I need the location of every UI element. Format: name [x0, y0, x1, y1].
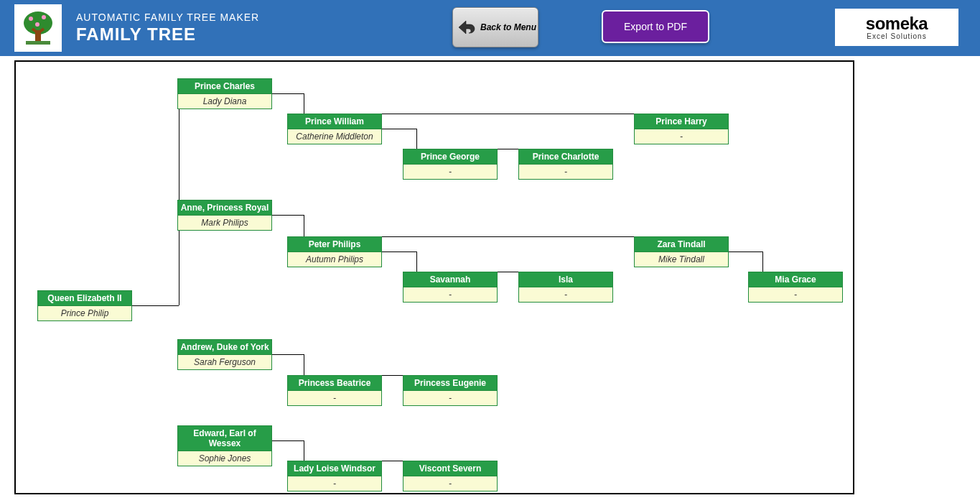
connector-line — [179, 78, 179, 305]
connector-line — [304, 215, 304, 236]
tree-node-anne[interactable]: Anne, Princess RoyalMark Philips — [177, 200, 272, 231]
node-secondary: Prince Philip — [38, 305, 131, 320]
svg-point-1 — [29, 17, 33, 21]
node-primary: Viscont Severn — [403, 461, 497, 476]
node-secondary: Catherine Middleton — [288, 129, 381, 144]
app-logo — [14, 4, 62, 52]
connector-line — [416, 251, 417, 272]
tree-node-eugenie[interactable]: Princess Eugenie- — [403, 375, 498, 406]
node-primary: Prince William — [288, 114, 381, 129]
node-primary: Prince George — [403, 149, 497, 164]
family-tree-canvas: Queen Elizabeth IIPrince PhilipPrince Ch… — [14, 60, 854, 494]
node-primary: Edward, Earl of Wessex — [178, 426, 271, 451]
tree-node-isla[interactable]: Isla- — [518, 272, 613, 303]
node-primary: Prince Charlotte — [519, 149, 612, 164]
node-secondary: - — [288, 476, 381, 491]
node-secondary: Mike Tindall — [635, 251, 728, 267]
tree-node-andrew[interactable]: Andrew, Duke of YorkSarah Ferguson — [177, 339, 272, 370]
connector-line — [416, 129, 417, 149]
node-primary: Mia Grace — [749, 272, 842, 287]
connector-line — [272, 93, 304, 94]
node-primary: Zara Tindall — [635, 237, 728, 251]
connector-line — [729, 251, 762, 252]
node-secondary: Autumn Philips — [288, 251, 381, 267]
tree-node-harry[interactable]: Prince Harry- — [634, 114, 729, 144]
back-button-label: Back to Menu — [480, 22, 536, 32]
svg-rect-5 — [26, 41, 50, 45]
svg-point-2 — [42, 15, 46, 19]
node-primary: Savannah — [403, 272, 497, 287]
node-secondary: - — [749, 287, 842, 302]
node-primary: Lady Loise Windsor — [288, 461, 381, 476]
node-secondary: - — [403, 287, 497, 302]
tree-node-zara[interactable]: Zara TindallMike Tindall — [634, 236, 729, 267]
export-pdf-button[interactable]: Export to PDF — [602, 10, 709, 43]
export-button-label: Export to PDF — [624, 21, 687, 32]
tree-node-root[interactable]: Queen Elizabeth IIPrince Philip — [37, 290, 132, 321]
node-primary: Princess Eugenie — [403, 376, 497, 390]
tree-node-charles[interactable]: Prince CharlesLady Diana — [177, 78, 272, 109]
connector-line — [304, 354, 304, 375]
tree-node-beatrice[interactable]: Princess Beatrice- — [287, 375, 382, 406]
connector-line — [762, 251, 763, 272]
vendor-logo: someka Excel Solutions — [835, 9, 958, 46]
node-primary: Peter Philips — [288, 237, 381, 251]
node-secondary: - — [403, 164, 497, 179]
connector-line — [382, 129, 416, 129]
connector-line — [272, 354, 304, 355]
node-secondary: Mark Philips — [178, 215, 271, 230]
tree-node-george[interactable]: Prince George- — [403, 149, 498, 180]
node-secondary: - — [403, 390, 497, 405]
node-secondary: - — [519, 164, 612, 179]
connector-line — [304, 93, 304, 114]
connector-line — [304, 440, 304, 461]
tree-node-edward[interactable]: Edward, Earl of WessexSophie Jones — [177, 425, 272, 466]
app-header: AUTOMATIC FAMILY TREE MAKER FAMILY TREE … — [0, 0, 980, 56]
canvas-wrap: Queen Elizabeth IIPrince PhilipPrince Ch… — [0, 56, 980, 499]
connector-line — [132, 305, 179, 306]
title-group: AUTOMATIC FAMILY TREE MAKER FAMILY TREE — [76, 11, 259, 45]
node-primary: Prince Charles — [178, 79, 271, 93]
svg-point-3 — [35, 22, 39, 27]
node-primary: Queen Elizabeth II — [38, 291, 131, 305]
node-primary: Isla — [519, 272, 612, 287]
node-secondary: Sophie Jones — [178, 451, 271, 466]
node-primary: Anne, Princess Royal — [178, 200, 271, 215]
connector-line — [272, 440, 304, 441]
tree-node-mia[interactable]: Mia Grace- — [748, 272, 843, 303]
tree-node-severn[interactable]: Viscont Severn- — [403, 461, 498, 492]
app-title: FAMILY TREE — [76, 24, 259, 45]
node-secondary: - — [403, 476, 497, 491]
node-secondary: - — [635, 129, 728, 144]
node-primary: Andrew, Duke of York — [178, 340, 271, 354]
node-secondary: - — [288, 390, 381, 405]
tree-node-savannah[interactable]: Savannah- — [403, 272, 498, 303]
node-primary: Princess Beatrice — [288, 376, 381, 390]
tree-node-loise[interactable]: Lady Loise Windsor- — [287, 461, 382, 492]
connector-line — [272, 215, 304, 216]
vendor-tagline: Excel Solutions — [867, 32, 926, 40]
tree-node-charlotte[interactable]: Prince Charlotte- — [518, 149, 613, 180]
tree-icon — [20, 10, 56, 46]
app-subtitle: AUTOMATIC FAMILY TREE MAKER — [76, 11, 259, 23]
tree-node-peter[interactable]: Peter PhilipsAutumn Philips — [287, 236, 382, 267]
back-to-menu-button[interactable]: Back to Menu — [452, 7, 538, 47]
node-primary: Prince Harry — [635, 114, 728, 129]
node-secondary: - — [519, 287, 612, 302]
vendor-brand: someka — [866, 15, 928, 32]
connector-line — [382, 251, 416, 252]
node-secondary: Lady Diana — [178, 93, 271, 109]
node-secondary: Sarah Ferguson — [178, 354, 271, 369]
back-arrow-icon — [454, 17, 476, 38]
tree-node-william[interactable]: Prince WilliamCatherine Middleton — [287, 114, 382, 144]
